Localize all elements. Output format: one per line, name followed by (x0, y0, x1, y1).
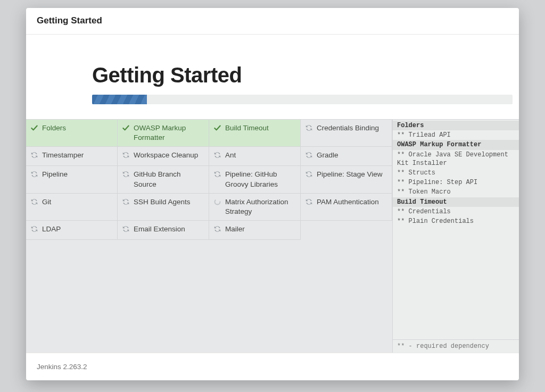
plugin-cell: Matrix Authorization Strategy (209, 194, 301, 221)
check-icon (122, 124, 130, 132)
refresh-icon (122, 198, 130, 206)
log-heading: Build Timeout (393, 197, 519, 207)
refresh-icon (122, 151, 130, 159)
plugin-cell: Ant (209, 147, 301, 166)
plugin-name: OWASP Markup Formatter (134, 123, 204, 143)
jenkins-version: Jenkins 2.263.2 (37, 363, 87, 371)
refresh-icon (30, 198, 38, 206)
hero: Getting Started (26, 35, 519, 119)
refresh-icon (30, 225, 38, 233)
plugin-cell: Gradle (301, 147, 392, 166)
plugin-name: Matrix Authorization Strategy (225, 197, 296, 216)
plugin-name: PAM Authentication (317, 197, 379, 207)
plugin-name: Mailer (225, 224, 245, 234)
svg-point-0 (215, 199, 220, 204)
log-line: ** Oracle Java SE Development Kit Instal… (393, 150, 519, 168)
plugin-cell: Build Timeout (209, 120, 301, 147)
plugin-name: SSH Build Agents (134, 197, 191, 207)
plugin-name: Timestamper (42, 151, 84, 160)
check-icon (213, 124, 221, 132)
plugin-name: Email Extension (134, 224, 185, 234)
refresh-icon (30, 225, 38, 233)
install-progress-bar (92, 95, 513, 104)
plugin-name: Gradle (317, 151, 338, 160)
refresh-icon (30, 151, 38, 159)
plugin-cell: Workspace Cleanup (118, 147, 209, 166)
refresh-icon (122, 198, 130, 206)
refresh-icon (122, 225, 130, 233)
plugin-name: Ant (225, 151, 236, 160)
refresh-icon (30, 170, 38, 178)
refresh-icon (213, 151, 221, 159)
refresh-icon (305, 170, 313, 178)
install-log-legend: ** - required dependency (393, 339, 519, 353)
plugin-name: Pipeline: Stage View (317, 170, 383, 179)
refresh-icon (213, 170, 221, 178)
plugin-name: Credentials Binding (317, 123, 379, 133)
check-icon (213, 124, 221, 132)
refresh-icon (213, 170, 221, 178)
plugin-name: Workspace Cleanup (134, 151, 198, 160)
plugin-cell: Email Extension (118, 221, 209, 240)
install-log: Folders** Trilead APIOWASP Markup Format… (393, 120, 519, 339)
log-heading: Folders (393, 121, 519, 130)
log-line: ** Plain Credentials (393, 216, 519, 226)
check-icon (122, 124, 130, 132)
plugin-cell: Folders (26, 120, 118, 147)
plugin-name: Build Timeout (225, 123, 269, 133)
log-heading: OWASP Markup Formatter (393, 140, 519, 149)
modal-header: Getting Started (26, 8, 519, 35)
refresh-icon (305, 198, 313, 206)
refresh-icon (305, 198, 313, 206)
plugin-cell: Credentials Binding (301, 120, 392, 147)
refresh-icon (305, 124, 313, 132)
plugin-name: GitHub Branch Source (134, 170, 204, 189)
install-progress-fill (92, 95, 147, 104)
plugin-cell: OWASP Markup Formatter (118, 120, 209, 147)
modal-footer: Jenkins 2.263.2 (26, 353, 519, 380)
check-icon (30, 124, 38, 132)
refresh-icon (305, 170, 313, 178)
plugin-name: Git (42, 197, 51, 207)
refresh-icon (122, 170, 130, 178)
install-log-sidebar: Folders** Trilead APIOWASP Markup Format… (392, 119, 519, 353)
log-line: ** Trilead API (393, 130, 519, 140)
plugin-name: Folders (42, 123, 66, 133)
refresh-icon (213, 225, 221, 233)
check-icon (30, 124, 38, 132)
plugin-name: LDAP (42, 224, 61, 234)
plugin-cell: Mailer (209, 221, 301, 240)
plugin-cell: Pipeline: GitHub Groovy Libraries (209, 166, 301, 193)
log-line: ** Credentials (393, 207, 519, 216)
refresh-icon (30, 198, 38, 206)
refresh-icon (122, 151, 130, 159)
plugin-cell: Pipeline (26, 166, 118, 193)
plugin-cell: Timestamper (26, 147, 118, 166)
spinner-icon (213, 198, 221, 206)
spinner-icon (213, 198, 221, 206)
log-line: ** Pipeline: Step API (393, 178, 519, 187)
refresh-icon (30, 151, 38, 159)
refresh-icon (30, 170, 38, 178)
plugin-cell: SSH Build Agents (118, 194, 209, 221)
body-row: FoldersOWASP Markup FormatterBuild Timeo… (26, 119, 519, 353)
refresh-icon (305, 151, 313, 159)
plugin-name: Pipeline: GitHub Groovy Libraries (225, 170, 296, 189)
refresh-icon (122, 170, 130, 178)
plugin-cell: GitHub Branch Source (118, 166, 209, 193)
log-line: ** Token Macro (393, 187, 519, 197)
refresh-icon (305, 124, 313, 132)
plugin-cell: PAM Authentication (301, 194, 392, 221)
refresh-icon (122, 225, 130, 233)
plugin-name: Pipeline (42, 170, 68, 179)
log-line: ** Structs (393, 168, 519, 178)
refresh-icon (213, 151, 221, 159)
plugin-cell: LDAP (26, 221, 118, 240)
plugin-cell: Git (26, 194, 118, 221)
refresh-icon (213, 225, 221, 233)
refresh-icon (305, 151, 313, 159)
setup-wizard-modal: Getting Started Getting Started FoldersO… (26, 8, 519, 380)
plugin-grid: FoldersOWASP Markup FormatterBuild Timeo… (26, 119, 392, 353)
modal-title: Getting Started (37, 15, 102, 26)
page-title: Getting Started (92, 63, 519, 87)
